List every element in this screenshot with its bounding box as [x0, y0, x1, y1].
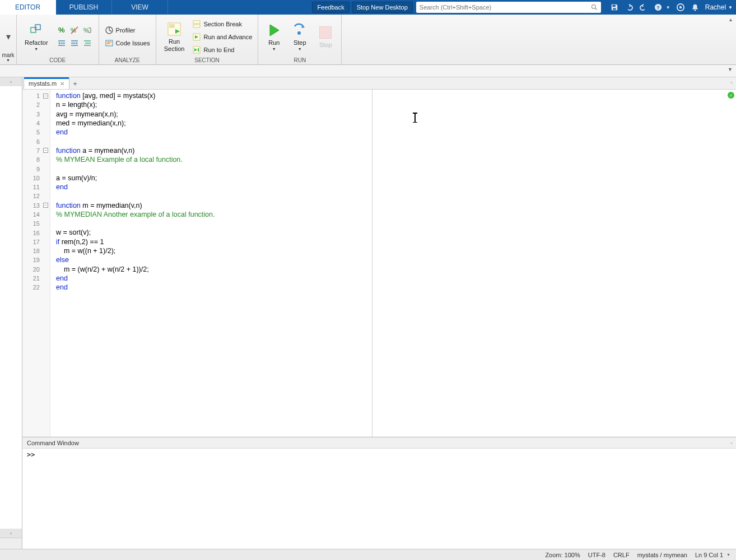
svg-rect-2 [612, 5, 615, 7]
help-dropdown-icon[interactable]: ▼ [666, 5, 670, 10]
svg-text:%: % [83, 27, 89, 34]
stop-button: Stop [313, 17, 338, 57]
toolstrip: ▾ mark ▼ Refactor ▼ % % % CODE [0, 15, 736, 65]
svg-text:?: ? [656, 5, 659, 11]
left-rail-expand-top-icon[interactable]: ◦ [0, 77, 22, 86]
left-rail-expand-mid-icon[interactable]: ◦ [0, 529, 22, 538]
command-window-body[interactable]: >> [22, 449, 736, 549]
fold-icon[interactable]: − [43, 94, 48, 99]
svg-rect-23 [198, 48, 199, 52]
analyze-group-label: ANALYZE [103, 57, 152, 64]
code-body[interactable]: function [avg, med] = mystats(x)n = leng… [50, 90, 372, 437]
close-file-icon[interactable]: ✕ [60, 81, 64, 87]
code-issues-icon [105, 39, 114, 48]
smart-indent-icon[interactable] [82, 38, 93, 49]
scope-status[interactable]: mystats / mymean [637, 552, 687, 558]
search-icon[interactable] [591, 4, 598, 11]
section-break-icon [192, 20, 201, 29]
svg-text:%: % [71, 27, 76, 34]
run-icon [266, 22, 282, 38]
svg-point-24 [297, 31, 301, 35]
editor-pane[interactable]: 1−234567−8910111213−141516171819202122 f… [22, 90, 372, 437]
run-to-end-button[interactable]: Run to End [192, 44, 252, 55]
code-group: Refactor ▼ % % % CODE [17, 15, 99, 64]
tab-editor[interactable]: EDITOR [0, 0, 56, 15]
run-to-end-icon [192, 45, 201, 54]
bookmark-stub[interactable]: ▾ mark ▼ [0, 15, 17, 64]
svg-point-0 [591, 5, 595, 9]
uncomment-icon[interactable]: % [69, 25, 80, 36]
redo-icon[interactable] [639, 3, 648, 12]
undo-icon[interactable] [625, 3, 633, 12]
status-menu-icon[interactable]: ▼ [726, 553, 730, 557]
tab-view[interactable]: VIEW [112, 0, 168, 15]
help-icon[interactable]: ? [654, 3, 663, 12]
zoom-status[interactable]: Zoom: 100% [545, 552, 580, 558]
run-group: Run ▼ Step ▼ Stop RUN [258, 15, 342, 64]
save-icon[interactable] [610, 3, 619, 12]
eol-status[interactable]: CRLF [613, 552, 630, 558]
code-status-rail: ✓ [726, 90, 736, 437]
svg-point-8 [694, 10, 696, 11]
user-menu[interactable]: Rachel ▼ [705, 0, 736, 15]
svg-rect-20 [193, 25, 200, 27]
search-box[interactable] [416, 2, 601, 13]
run-and-advance-button[interactable]: Run and Advance [192, 31, 252, 43]
code-ok-icon: ✓ [728, 92, 734, 99]
cursor-status: Ln 9 Col 1 [695, 552, 723, 558]
line-gutter[interactable]: 1−234567−8910111213−141516171819202122 [22, 90, 50, 437]
svg-rect-19 [193, 21, 200, 24]
main-tabstrip: EDITOR PUBLISH VIEW [0, 0, 168, 15]
titlebar: EDITOR PUBLISH VIEW Feedback Stop New De… [0, 0, 736, 15]
code-issues-button[interactable]: Code Issues [105, 38, 150, 49]
refactor-icon [29, 22, 44, 38]
command-window: Command Window ◦ >> [22, 437, 736, 549]
svg-line-1 [595, 8, 597, 10]
run-button[interactable]: Run ▼ [262, 17, 286, 57]
run-section-icon [166, 21, 182, 37]
notifications-icon[interactable] [691, 3, 700, 12]
command-window-menu-icon[interactable]: ◦ [730, 440, 733, 446]
encoding-status[interactable]: UTF-8 [588, 552, 605, 558]
profiler-button[interactable]: Profiler [105, 25, 150, 36]
code-tool-grid: % % % [54, 25, 95, 49]
svg-rect-18 [169, 24, 175, 28]
command-prompt: >> [27, 451, 35, 459]
addons-icon[interactable] [676, 3, 685, 12]
tabs-menu-icon[interactable]: ◦ [730, 79, 733, 86]
refactor-button[interactable]: Refactor ▼ [20, 17, 53, 57]
outdent-icon[interactable] [69, 38, 80, 49]
svg-rect-3 [613, 8, 616, 10]
new-file-tab-button[interactable]: + [69, 78, 81, 89]
run-section-button[interactable]: Run Section [160, 17, 189, 57]
analyze-group: Profiler Code Issues ANALYZE [99, 15, 156, 64]
run-group-label: RUN [262, 57, 338, 64]
indent-icon[interactable] [56, 38, 67, 49]
code-group-label: CODE [20, 57, 95, 64]
feedback-button[interactable]: Feedback [312, 2, 349, 13]
file-tabs: mystats.m ✕ + ◦ [22, 77, 736, 90]
step-button[interactable]: Step ▼ [287, 17, 312, 57]
wrap-comment-icon[interactable]: % [82, 25, 93, 36]
svg-point-7 [679, 6, 682, 8]
fold-icon[interactable]: − [43, 148, 48, 153]
comment-icon[interactable]: % [56, 25, 67, 36]
minimize-toolstrip-icon[interactable]: ▴ [725, 15, 736, 24]
run-and-advance-icon [192, 32, 201, 41]
search-input[interactable] [420, 4, 591, 11]
file-tab-active[interactable]: mystats.m ✕ [24, 78, 69, 89]
fold-icon[interactable]: − [43, 203, 48, 208]
stop-icon [318, 25, 333, 40]
statusbar: Zoom: 100% UTF-8 CRLF mystats / mymean L… [0, 549, 736, 560]
path-bar[interactable]: ▼ [0, 65, 736, 77]
text-cursor-icon [414, 113, 416, 122]
section-group: Run Section Section Break Run and Advanc… [156, 15, 259, 64]
tab-publish[interactable]: PUBLISH [56, 0, 112, 15]
svg-rect-16 [106, 40, 113, 46]
editor-right-pane[interactable] [372, 90, 726, 437]
section-break-button[interactable]: Section Break [192, 18, 252, 30]
profiler-icon [105, 26, 114, 35]
stop-new-desktop-button[interactable]: Stop New Desktop [352, 2, 413, 13]
path-dropdown-icon[interactable]: ▼ [728, 67, 733, 72]
command-window-title: Command Window ◦ [22, 437, 736, 449]
